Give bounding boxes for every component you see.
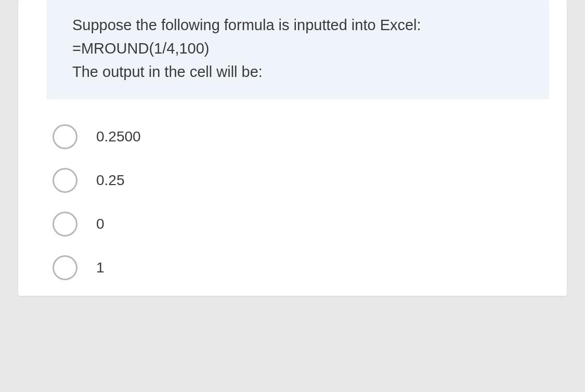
radio-icon: [53, 212, 77, 237]
option-1[interactable]: 0.2500: [53, 124, 567, 149]
option-4[interactable]: 1: [53, 255, 567, 280]
option-label: 0.2500: [96, 128, 141, 145]
option-label: 0.25: [96, 172, 125, 189]
option-3[interactable]: 0: [53, 212, 567, 237]
question-line-3: The output in the cell will be:: [72, 63, 263, 80]
question-box: Suppose the following formula is inputte…: [46, 0, 549, 99]
question-line-1: Suppose the following formula is inputte…: [72, 17, 421, 33]
question-text: Suppose the following formula is inputte…: [72, 14, 523, 84]
question-line-2: =MROUND(1/4,100): [72, 40, 210, 57]
options-list: 0.2500 0.25 0 1: [53, 124, 567, 280]
radio-icon: [53, 255, 77, 280]
radio-icon: [53, 124, 77, 149]
question-card: Suppose the following formula is inputte…: [18, 0, 567, 296]
radio-icon: [53, 168, 77, 193]
option-label: 0: [96, 216, 105, 232]
option-label: 1: [96, 259, 105, 276]
option-2[interactable]: 0.25: [53, 168, 567, 193]
